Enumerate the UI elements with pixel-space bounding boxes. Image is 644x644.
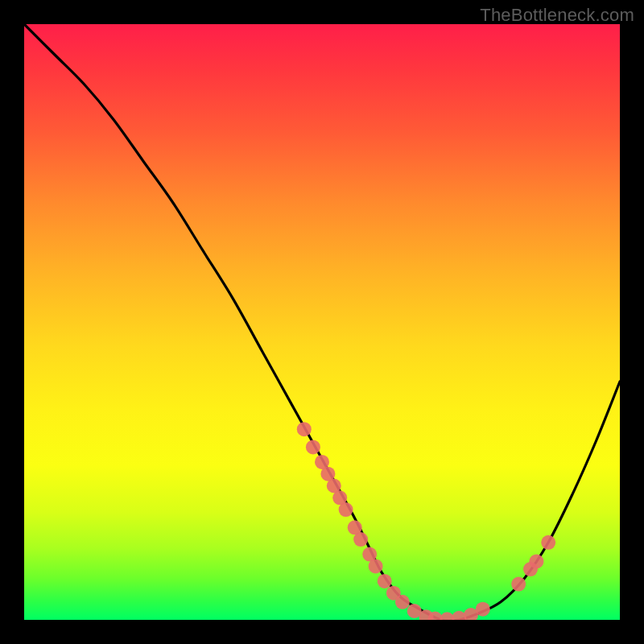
data-point-marker [369,559,383,573]
data-point-marker [511,577,526,592]
data-point-marker [476,602,490,617]
data-point-marker [541,535,555,550]
data-point-marker [297,422,312,436]
data-point-marker [306,440,320,454]
data-point-marker [353,532,368,547]
data-point-marker [378,574,392,588]
curve-data-points [297,422,555,620]
chart-frame [24,24,620,620]
bottleneck-curve-plot [24,24,620,620]
data-point-marker [529,554,543,568]
data-point-marker [339,502,353,517]
bottleneck-curve [24,24,620,620]
watermark-text: TheBottleneck.com [480,5,634,26]
data-point-marker [395,595,410,609]
